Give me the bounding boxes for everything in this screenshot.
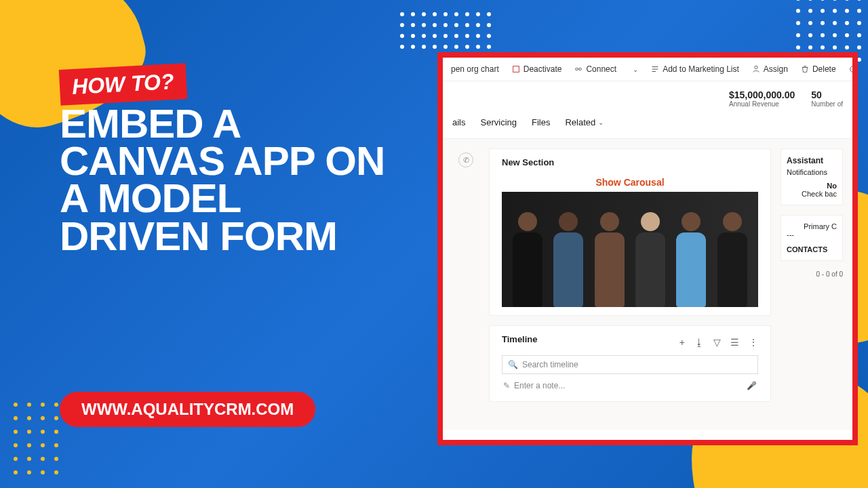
timeline-tools: + ⭳ ▽ ☰ ⋮	[679, 337, 758, 348]
delete-button[interactable]: Delete	[795, 62, 842, 77]
tab-bar: ails Servicing Files Related⌄	[443, 113, 852, 139]
sort-icon[interactable]: ☰	[730, 337, 739, 348]
timeline-card: Timeline + ⭳ ▽ ☰ ⋮ 🔍 Search timeline ✎ E…	[489, 325, 771, 402]
command-bar: pen org chart Deactivate Connect ⌄ Add t…	[443, 58, 852, 81]
open-org-chart-button[interactable]: pen org chart	[446, 62, 505, 77]
filter-icon[interactable]: ▽	[713, 337, 721, 348]
carousel-image	[502, 192, 758, 307]
form-body: ✆ New Section Show Carousal Timeline	[443, 139, 852, 430]
url-pill: WWW.AQUALITYCRM.COM	[60, 392, 315, 427]
main-column: New Section Show Carousal Timeline + ⭳	[489, 148, 771, 420]
delete-icon	[800, 64, 810, 74]
headline: EMBED A CANVAS APP ON A MODEL DRIVEN FOR…	[60, 105, 399, 255]
right-pane: Assistant Notifications No Check bac Pri…	[781, 148, 843, 420]
svg-point-1	[576, 68, 578, 70]
add-icon[interactable]: +	[679, 337, 685, 348]
deactivate-button[interactable]: Deactivate	[506, 62, 568, 77]
how-to-tag: HOW TO?	[59, 63, 187, 106]
chevron-down-icon: ⌄	[633, 66, 638, 73]
bookmark-icon[interactable]: ⭳	[694, 337, 704, 348]
timeline-title: Timeline	[502, 334, 538, 344]
activity-rail: ✆	[452, 148, 479, 420]
timeline-note-input[interactable]: ✎ Enter a note... 🎤	[502, 378, 758, 393]
refresh-icon	[848, 64, 858, 74]
svg-point-2	[579, 68, 582, 70]
assistant-card: Assistant Notifications No Check bac	[781, 148, 843, 205]
svg-rect-0	[513, 66, 519, 73]
attach-icon[interactable]: 🎤	[747, 381, 757, 390]
connect-dropdown[interactable]: ⌄	[627, 63, 644, 76]
deactivate-icon	[511, 64, 521, 74]
chevron-down-icon: ⌄	[598, 119, 604, 126]
tab-details[interactable]: ails	[452, 113, 466, 131]
crm-screenshot: pen org chart Deactivate Connect ⌄ Add t…	[437, 52, 858, 445]
search-icon: 🔍	[508, 360, 518, 369]
phone-icon[interactable]: ✆	[458, 152, 473, 167]
decor-dots	[400, 12, 491, 49]
kpi-revenue: $15,000,000.00 Annual Revenue	[729, 89, 795, 108]
show-carousal-link[interactable]: Show Carousal	[502, 173, 758, 192]
decor-dots	[14, 403, 58, 474]
connect-icon	[574, 64, 583, 74]
pencil-icon: ✎	[503, 381, 510, 390]
refresh-button[interactable]: Refresh	[843, 62, 858, 77]
svg-point-4	[755, 66, 757, 68]
kpi-row: $15,000,000.00 Annual Revenue 50 Number …	[443, 81, 852, 113]
tab-servicing[interactable]: Servicing	[481, 113, 517, 131]
tab-files[interactable]: Files	[532, 113, 550, 131]
more-icon[interactable]: ⋮	[749, 337, 758, 348]
assign-button[interactable]: Assign	[746, 62, 793, 77]
add-list-icon	[650, 64, 660, 74]
new-section-card: New Section Show Carousal	[489, 148, 771, 316]
kpi-employees: 50 Number of	[811, 89, 843, 108]
add-marketing-list-button[interactable]: Add to Marketing List	[645, 62, 745, 77]
connect-button[interactable]: Connect	[568, 62, 622, 77]
section-title: New Section	[502, 157, 758, 167]
timeline-search[interactable]: 🔍 Search timeline	[502, 355, 758, 374]
tab-related[interactable]: Related⌄	[565, 113, 604, 131]
primary-contact-card: Primary C --- CONTACTS	[781, 215, 843, 261]
assign-icon	[751, 64, 761, 74]
contacts-pager: 0 - 0 of 0	[781, 270, 843, 278]
